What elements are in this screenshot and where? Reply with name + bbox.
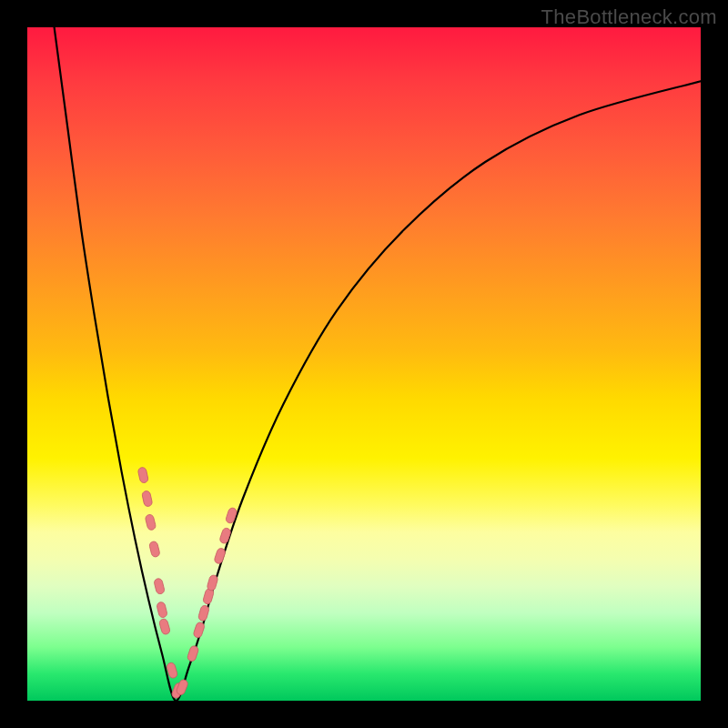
curve-layer — [27, 27, 701, 701]
bead-marker — [176, 679, 189, 696]
bead-marker — [187, 645, 199, 662]
bottleneck-curve — [55, 27, 701, 701]
watermark-text: TheBottleneck.com — [541, 5, 717, 29]
bead-marker — [225, 507, 238, 524]
bead-marker — [137, 467, 148, 484]
bead-marker — [214, 547, 227, 564]
bead-marker — [148, 541, 160, 558]
bead-marker — [145, 514, 157, 531]
bead-marker — [158, 618, 170, 635]
bead-marker — [157, 602, 168, 619]
bead-marker — [154, 578, 166, 595]
bead-marker — [141, 490, 152, 508]
bead-markers — [137, 467, 238, 700]
bead-marker — [193, 622, 206, 639]
bead-marker — [197, 604, 209, 622]
bead-marker — [219, 527, 232, 544]
chart-frame: TheBottleneck.com — [0, 0, 728, 728]
plot-area — [27, 27, 701, 701]
bead-marker — [207, 574, 218, 592]
